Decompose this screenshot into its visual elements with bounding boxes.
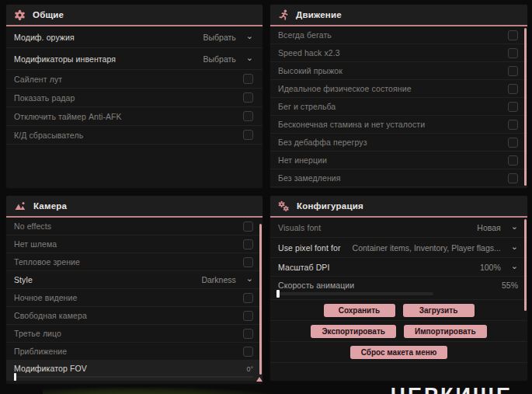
anti-afk-checkbox[interactable] xyxy=(243,111,253,121)
no-inertia-checkbox[interactable] xyxy=(508,155,518,166)
row-always-run[interactable]: Всегда бегать xyxy=(270,26,527,44)
animation-speed-value: 55% xyxy=(502,281,518,290)
row-third-person[interactable]: Третье лицо xyxy=(6,325,263,343)
row-free-camera[interactable]: Свободная камера xyxy=(6,307,263,325)
always-run-checkbox[interactable] xyxy=(508,30,518,40)
panel-camera: Камера No effects Нет шлема Тепловое зре… xyxy=(6,196,263,384)
row-no-inertia[interactable]: Нет инерции xyxy=(270,152,527,169)
zoom-checkbox[interactable] xyxy=(243,347,253,357)
visuals-font-select[interactable]: Новая ⌄ xyxy=(477,223,518,232)
row-label: Высокий прыжок xyxy=(278,66,342,75)
style-select[interactable]: Darkness ⌄ xyxy=(201,275,253,284)
run-and-shoot-checkbox[interactable] xyxy=(508,102,518,112)
animation-speed-slider[interactable] xyxy=(278,292,433,295)
high-jump-checkbox[interactable] xyxy=(508,66,518,76)
show-radar-checkbox[interactable] xyxy=(243,92,253,103)
row-run-and-shoot[interactable]: Бег и стрельба xyxy=(270,98,527,116)
row-night-vision[interactable]: Ночное видение xyxy=(6,289,263,307)
row-label: No effects xyxy=(14,221,51,231)
panel-movement-header[interactable]: Движение xyxy=(270,5,527,26)
animation-speed-handle[interactable] xyxy=(276,290,280,298)
row-label: Бег и стрельба xyxy=(278,102,336,111)
chevron-down-icon: ⌄ xyxy=(511,243,518,249)
row-label: Style xyxy=(14,275,33,284)
import-button[interactable]: Импортировать xyxy=(404,325,487,338)
reset-menu-layout-button[interactable]: Сброс макета меню xyxy=(350,346,448,359)
third-person-checkbox[interactable] xyxy=(243,329,253,339)
panel-title: Камера xyxy=(33,201,67,211)
row-perfect-condition[interactable]: Идеальное физическое состояние xyxy=(270,80,527,98)
row-infinite-stamina[interactable]: Бесконечная стамина и нет усталости xyxy=(270,116,527,134)
fov-slider-handle[interactable] xyxy=(14,373,16,381)
row-inventory-mods[interactable]: Модификаторы инвентаря Выбрать ⌄ xyxy=(6,48,263,70)
row-pixel-font[interactable]: Use pixel font for Container items, Inve… xyxy=(270,238,527,258)
row-fov-modifier[interactable]: Модификатор FOV 0° xyxy=(6,361,263,381)
no-helmet-checkbox[interactable] xyxy=(243,239,253,249)
row-visuals-font[interactable]: Visuals font Новая ⌄ xyxy=(270,218,527,238)
row-label: Модификаторы инвентаря xyxy=(14,54,116,64)
row-label: Use pixel font for xyxy=(278,243,341,253)
row-cooldown-reset[interactable]: К/Д сбрасыватель xyxy=(6,126,263,145)
camera-scrollbar[interactable] xyxy=(259,224,262,375)
game-watermark-text: ЧЕРКИШЕ xyxy=(391,384,513,394)
perfect-condition-checkbox[interactable] xyxy=(508,84,518,94)
panel-camera-header[interactable]: Камера xyxy=(6,196,263,218)
row-label: Тепловое зрение xyxy=(14,257,80,267)
load-button[interactable]: Загрузить xyxy=(403,304,475,317)
export-button[interactable]: Экспортировать xyxy=(311,325,396,338)
no-overload-debuff-checkbox[interactable] xyxy=(508,138,518,148)
row-speed-hack[interactable]: Speed hack x2.3 xyxy=(270,44,527,62)
dpi-scale-select[interactable]: 100% ⌄ xyxy=(480,263,518,272)
chevron-down-icon: ⌄ xyxy=(511,263,518,269)
row-no-slowdown[interactable]: Без замедления xyxy=(270,169,527,187)
row-label: Без дебаффа перегруз xyxy=(278,138,367,147)
config-scrollbar[interactable] xyxy=(524,219,527,311)
movement-scrollbar[interactable] xyxy=(524,28,527,186)
panel-general-header[interactable]: Общие xyxy=(6,5,263,26)
row-high-jump[interactable]: Высокий прыжок xyxy=(270,62,527,80)
night-vision-checkbox[interactable] xyxy=(243,293,253,303)
speed-hack-checkbox[interactable] xyxy=(508,48,518,58)
row-label: Приближение xyxy=(14,347,67,356)
inventory-mods-select[interactable]: Выбрать ⌄ xyxy=(203,54,253,64)
panel-general: Общие Модиф. оружия Выбрать ⌄ Модификато… xyxy=(6,5,263,188)
row-label: Идеальное физическое состояние xyxy=(278,84,412,93)
row-zoom[interactable]: Приближение xyxy=(6,343,263,361)
row-animation-speed[interactable]: Скорость анимации 55% xyxy=(270,277,527,300)
row-thermal-vision[interactable]: Тепловое зрение xyxy=(6,253,263,271)
row-dpi-scale[interactable]: Масштаб DPI 100% ⌄ xyxy=(270,258,527,277)
row-anti-afk[interactable]: Отключить таймер Anti-AFK xyxy=(6,107,263,126)
row-style[interactable]: Style Darkness ⌄ xyxy=(6,271,263,289)
free-camera-checkbox[interactable] xyxy=(243,311,253,321)
gear-flower-icon xyxy=(14,9,26,21)
panel-config-header[interactable]: Конфигурация xyxy=(270,196,527,218)
scroll-down-arrow-icon[interactable] xyxy=(256,377,263,382)
button-row-export-import: Экспортировать Импортировать xyxy=(270,321,527,342)
row-label: Без замедления xyxy=(278,173,341,183)
row-no-overload-debuff[interactable]: Без дебаффа перегруз xyxy=(270,134,527,152)
row-label: Отключить таймер Anti-AFK xyxy=(14,112,122,121)
row-no-effects[interactable]: No effects xyxy=(6,218,263,235)
thermal-vision-checkbox[interactable] xyxy=(243,257,253,267)
row-no-helmet[interactable]: Нет шлема xyxy=(6,235,263,253)
cooldown-reset-checkbox[interactable] xyxy=(243,130,253,140)
fov-slider[interactable] xyxy=(14,376,253,378)
pixel-font-select[interactable]: Container items, Inventory, Player flags… xyxy=(353,243,518,253)
double-gear-icon xyxy=(278,200,290,212)
no-effects-checkbox[interactable] xyxy=(243,221,253,232)
infinite-stamina-checkbox[interactable] xyxy=(508,120,518,130)
row-show-radar[interactable]: Показать радар xyxy=(6,89,263,107)
row-label: Visuals font xyxy=(278,223,321,232)
row-label: К/Д сбрасыватель xyxy=(14,131,83,140)
silent-loot-checkbox[interactable] xyxy=(243,74,253,84)
weapon-mods-select[interactable]: Выбрать ⌄ xyxy=(203,33,253,42)
row-label: Сайлент лут xyxy=(14,75,62,84)
row-label: Скорость анимации xyxy=(278,281,354,290)
row-silent-loot[interactable]: Сайлент лут xyxy=(6,70,263,89)
no-slowdown-checkbox[interactable] xyxy=(508,173,518,183)
cheat-menu-overlay: Общие Модиф. оружия Выбрать ⌄ Модификато… xyxy=(0,0,532,394)
save-button[interactable]: Сохранить xyxy=(324,304,395,317)
panel-config: Конфигурация Visuals font Новая ⌄ Use pi… xyxy=(270,196,527,381)
row-label: Всегда бегать xyxy=(278,30,332,40)
row-weapon-mods[interactable]: Модиф. оружия Выбрать ⌄ xyxy=(6,26,263,48)
